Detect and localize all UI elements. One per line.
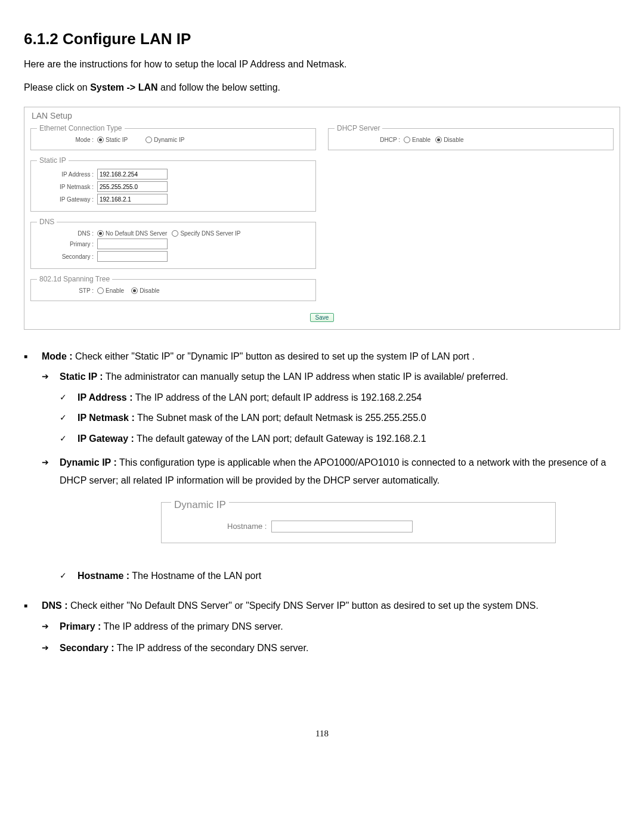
prim-desc-title: Primary : [60,621,101,631]
stp-label: STP : [37,287,97,294]
static-ip-legend: Static IP [37,156,69,165]
dns-specify-label: Specify DNS Server IP [180,230,240,237]
intro2-bold: System -> LAN [90,82,157,92]
mode-description-item: Mode : Check either "Static IP" or "Dyna… [24,348,620,585]
ip-address-label: IP Address : [37,171,97,178]
mode-desc-text: Check either "Static IP" or "Dynamic IP"… [73,351,475,361]
mode-label: Mode : [37,137,97,143]
dhcp-enable-label: Enable [412,137,431,143]
lan-setup-panel: LAN Setup Ethernet Connection Type Mode … [24,107,620,330]
ipgw-desc-text: The default gateway of the LAN port; def… [134,433,426,444]
stp-disable-label: Disable [140,287,159,294]
dynamic-ip-box: Dynamic IP Hostname : [161,502,556,543]
dns-no-default-radio[interactable] [97,230,104,237]
dyn-desc-title: Dynamic IP : [60,457,117,467]
mode-static-radio[interactable] [97,137,104,143]
dynamic-ip-legend: Dynamic IP [171,496,229,515]
ipaddr-desc-text: The IP address of the LAN port; default … [132,392,422,402]
ip-gateway-label: IP Gateway : [37,196,97,203]
lan-setup-title: LAN Setup [32,111,614,120]
ipaddr-desc-title: IP Address : [78,392,132,402]
dynamic-ip-description-item: Dynamic IP : This configuration type is … [42,454,620,585]
mode-dynamic-label: Dynamic IP [154,137,184,143]
intro2-prefix: Please click on [24,82,90,92]
stp-disable-radio[interactable] [131,287,138,294]
prim-desc-text: The IP address of the primary DNS server… [101,621,283,631]
dns-no-default-label: No Default DNS Server [106,230,167,237]
dhcp-label: DHCP : [335,137,404,143]
ethernet-legend: Ethernet Connection Type [37,124,125,132]
page-heading: 6.1.2 Configure LAN IP [24,30,620,48]
save-button[interactable]: Save [310,313,335,322]
page-number: 118 [24,729,620,739]
dns-primary-input[interactable] [97,239,168,249]
dhcp-enable-radio[interactable] [404,137,410,143]
ip-gateway-input[interactable] [97,194,168,205]
intro2-suffix: and follow the below setting. [158,82,280,92]
static-ip-fieldset: Static IP IP Address : IP Netmask : IP G… [30,156,316,212]
ipnet-desc-text: The Subnet mask of the LAN port; default… [135,413,426,423]
ip-gateway-desc-item: IP Gateway : The default gateway of the … [60,430,620,448]
dns-label: DNS : [37,230,97,237]
dhcp-legend: DHCP Server [335,124,382,132]
mode-dynamic-radio[interactable] [145,137,152,143]
stp-enable-label: Enable [106,287,124,294]
intro-paragraph-2: Please click on System -> LAN and follow… [24,80,620,95]
ip-netmask-desc-item: IP Netmask : The Subnet mask of the LAN … [60,409,620,427]
stp-legend: 802.1d Spanning Tree [37,275,112,283]
dns-fieldset: DNS DNS : No Default DNS Server Specify … [30,218,316,269]
dhcp-disable-radio[interactable] [435,137,442,143]
secondary-desc-item: Secondary : The IP address of the second… [42,639,620,657]
dhcp-server-fieldset: DHCP Server DHCP : Enable Disable [328,124,614,150]
dns-desc-title: DNS : [42,600,68,611]
host-desc-text: The Hostname of the LAN port [129,571,261,581]
intro-paragraph-1: Here are the instructions for how to set… [24,57,620,72]
primary-desc-item: Primary : The IP address of the primary … [42,618,620,636]
dns-specify-radio[interactable] [172,230,178,237]
host-desc-title: Hostname : [78,571,129,581]
dns-secondary-label: Secondary : [37,253,97,260]
dyn-desc-text: This configuration type is applicable wh… [60,457,606,485]
static-desc-text: The administrator can manually setup the… [103,371,508,382]
spanning-tree-fieldset: 802.1d Spanning Tree STP : Enable Disabl… [30,275,316,301]
stp-enable-radio[interactable] [97,287,104,294]
sec-desc-title: Secondary : [60,643,114,653]
dns-description-item: DNS : Check either "No Default DNS Serve… [24,597,620,657]
mode-desc-title: Mode : [42,351,73,361]
hostname-label: Hostname : [227,519,271,534]
dhcp-disable-label: Disable [444,137,463,143]
sec-desc-text: The IP address of the secondary DNS serv… [114,643,309,653]
ipgw-desc-title: IP Gateway : [78,433,134,444]
mode-static-label: Static IP [106,137,128,143]
ipnet-desc-title: IP Netmask : [78,413,135,423]
ip-address-input[interactable] [97,169,168,179]
ip-netmask-label: IP Netmask : [37,184,97,190]
ethernet-connection-type-fieldset: Ethernet Connection Type Mode : Static I… [30,124,316,150]
hostname-desc-item: Hostname : The Hostname of the LAN port [60,567,620,585]
dns-desc-text: Check either "No Default DNS Server" or … [68,600,538,611]
dns-legend: DNS [37,218,57,226]
dns-primary-label: Primary : [37,241,97,247]
dns-secondary-input[interactable] [97,251,168,262]
ip-netmask-input[interactable] [97,181,168,192]
hostname-input[interactable] [271,521,413,532]
ip-address-desc-item: IP Address : The IP address of the LAN p… [60,389,620,407]
static-desc-title: Static IP : [60,371,103,382]
static-ip-description-item: Static IP : The administrator can manual… [42,368,620,448]
